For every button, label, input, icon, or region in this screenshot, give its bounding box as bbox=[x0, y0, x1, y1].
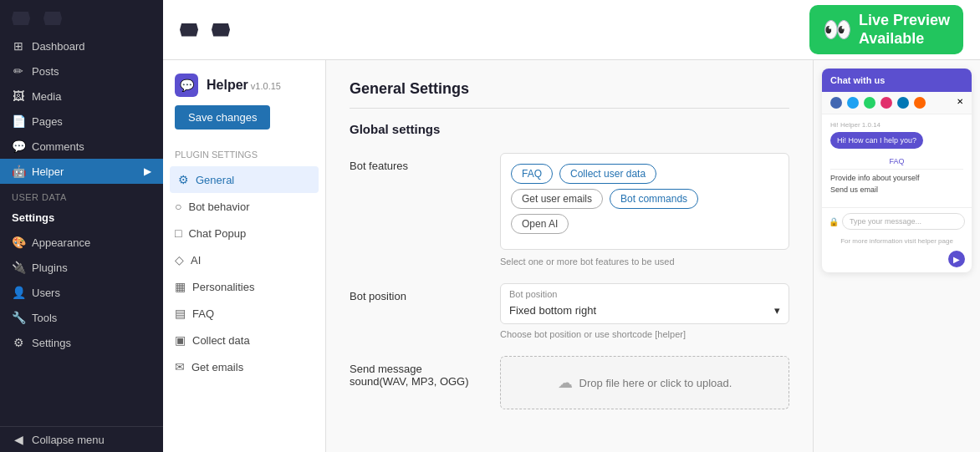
settings-title: General Settings bbox=[350, 80, 789, 109]
social-icon-4 bbox=[880, 97, 892, 109]
sidebar-item-dashboard[interactable]: ⊞ Dashboard bbox=[0, 33, 163, 58]
comments-icon: 💬 bbox=[12, 140, 25, 153]
bot-features-content: FAQ Collect user data Get user emails Bo… bbox=[500, 153, 789, 267]
bot-features-label: Bot features bbox=[350, 153, 483, 172]
plugin-version: v1.0.15 bbox=[248, 81, 281, 91]
personalities-icon: ▦ bbox=[175, 280, 186, 293]
collapse-icon: ◀ bbox=[12, 433, 25, 446]
bot-features-box: FAQ Collect user data Get user emails Bo… bbox=[500, 153, 789, 250]
social-icon-2 bbox=[847, 97, 859, 109]
sidebar-item-users[interactable]: 👤 Users bbox=[0, 280, 163, 305]
sidebar-item-comments[interactable]: 💬 Comments bbox=[0, 134, 163, 159]
sidebar: ⊞ Dashboard ✏ Posts 🖼 Media 📄 Pages 💬 Co… bbox=[0, 0, 163, 452]
users-icon: 👤 bbox=[12, 286, 25, 299]
save-button[interactable]: Save changes bbox=[175, 105, 270, 130]
tags-row-2: Get user emails Bot commands bbox=[511, 189, 778, 209]
social-icon-5 bbox=[897, 97, 909, 109]
plugin-header-area: 💬 Helper v1.0.15 Save changes bbox=[163, 74, 325, 150]
social-icon-1 bbox=[830, 97, 842, 109]
chevron-down-icon: ▾ bbox=[774, 304, 780, 317]
plugin-menu-ai[interactable]: ◇ AI bbox=[163, 246, 325, 273]
send-sound-row: Send message sound(WAV, MP3, OGG) ☁ Drop… bbox=[350, 356, 789, 409]
plugin-title-group: Helper v1.0.15 bbox=[207, 78, 281, 93]
chat-input[interactable]: Type your message... bbox=[842, 213, 965, 230]
eyes-icon: 👀 bbox=[823, 16, 852, 44]
general-icon: ⚙ bbox=[178, 173, 189, 186]
chat-preview: Chat with us ✕ Hi! Helper 1.0.14 Hi! How… bbox=[822, 69, 972, 272]
chat-close-icon[interactable]: ✕ bbox=[957, 97, 963, 109]
top-logo-area bbox=[180, 18, 230, 42]
top-logo-2 bbox=[212, 23, 230, 37]
lock-icon: 🔒 bbox=[829, 217, 839, 226]
tags-row-3: Open AI bbox=[511, 214, 778, 234]
posts-icon: ✏ bbox=[12, 64, 25, 78]
tag-get-user-emails[interactable]: Get user emails bbox=[511, 189, 603, 209]
upload-text: Drop file here or click to upload. bbox=[579, 377, 732, 389]
ai-icon: ◇ bbox=[175, 253, 184, 267]
sidebar-item-settings[interactable]: ⚙ Settings bbox=[0, 330, 163, 355]
tag-bot-commands[interactable]: Bot commands bbox=[610, 189, 698, 209]
plugin-menu-personalities[interactable]: ▦ Personalities bbox=[163, 273, 325, 300]
user-data-label: User Data bbox=[0, 184, 163, 206]
live-preview-badge[interactable]: 👀 Live Preview Available bbox=[809, 5, 963, 54]
main-wrapper: 👀 Live Preview Available 💬 Helper v1.0.1… bbox=[163, 0, 980, 452]
chat-popup-icon: □ bbox=[175, 226, 181, 240]
plugin-sidebar-label: Plugin settings bbox=[163, 150, 325, 166]
bot-behavior-icon: ○ bbox=[175, 200, 181, 213]
chat-bubble: Hi! How can I help you? bbox=[830, 132, 923, 149]
plugin-menu-collect-data[interactable]: ▣ Collect data bbox=[163, 327, 325, 353]
settings-icon: ⚙ bbox=[12, 336, 25, 349]
chat-header: Chat with us bbox=[822, 69, 972, 92]
collect-data-icon: ▣ bbox=[175, 333, 186, 347]
preview-panel: Chat with us ✕ Hi! Helper 1.0.14 Hi! How… bbox=[813, 60, 980, 452]
logo-shape-2 bbox=[43, 12, 62, 25]
bot-position-box[interactable]: Bot position Fixed bottom right ▾ bbox=[500, 283, 789, 324]
plugin-menu-bot-behavior[interactable]: ○ Bot behavior bbox=[163, 193, 325, 220]
bot-position-select[interactable]: Fixed bottom right ▾ bbox=[501, 299, 789, 323]
chat-quick-reply[interactable]: FAQ bbox=[830, 154, 963, 170]
plugin-name-row: 💬 Helper v1.0.15 bbox=[175, 74, 314, 97]
bot-features-row: Bot features FAQ Collect user data Get u… bbox=[350, 153, 789, 267]
top-bar: 👀 Live Preview Available bbox=[163, 0, 980, 60]
plugins-icon: 🔌 bbox=[12, 261, 25, 274]
tools-icon: 🔧 bbox=[12, 311, 25, 324]
tag-open-ai[interactable]: Open AI bbox=[511, 214, 569, 234]
logo-shape-1 bbox=[12, 12, 30, 25]
faq-icon: ▤ bbox=[175, 307, 186, 320]
media-icon: 🖼 bbox=[12, 89, 25, 103]
upload-box[interactable]: ☁ Drop file here or click to upload. bbox=[500, 356, 789, 409]
sidebar-item-posts[interactable]: ✏ Posts bbox=[0, 58, 163, 84]
get-emails-icon: ✉ bbox=[175, 360, 185, 373]
chat-input-area: 🔒 Type your message... bbox=[822, 207, 972, 235]
chat-footer-note: For more information visit helper page bbox=[822, 235, 972, 247]
chat-send-button[interactable]: ▶ bbox=[948, 251, 965, 267]
chat-messages: Hi! Helper 1.0.14 Hi! How can I help you… bbox=[822, 114, 972, 202]
global-settings-label: Global settings bbox=[350, 122, 789, 136]
sidebar-item-tools[interactable]: 🔧 Tools bbox=[0, 305, 163, 330]
chat-option-2[interactable]: Send us email bbox=[830, 184, 963, 196]
sidebar-item-pages[interactable]: 📄 Pages bbox=[0, 109, 163, 134]
tag-collect-user-data[interactable]: Collect user data bbox=[559, 164, 656, 184]
sidebar-item-settings-label[interactable]: Settings bbox=[0, 206, 163, 230]
plugin-menu-faq[interactable]: ▤ FAQ bbox=[163, 300, 325, 327]
live-preview-text: Live Preview Available bbox=[859, 12, 950, 48]
plugin-menu-get-emails[interactable]: ✉ Get emails bbox=[163, 353, 325, 380]
bot-position-row: Bot position Bot position Fixed bottom r… bbox=[350, 283, 789, 339]
chat-timestamp: Hi! Helper 1.0.14 bbox=[830, 121, 963, 129]
bot-position-label: Bot position bbox=[350, 283, 483, 302]
send-sound-label: Send message sound(WAV, MP3, OGG) bbox=[350, 356, 483, 388]
sidebar-item-appearance[interactable]: 🎨 Appearance bbox=[0, 230, 163, 255]
tag-faq[interactable]: FAQ bbox=[511, 164, 553, 184]
sidebar-collapse: ◀ Collapse menu bbox=[0, 426, 163, 452]
top-logo-1 bbox=[180, 23, 198, 37]
plugin-icon: 💬 bbox=[175, 74, 198, 97]
plugin-menu-general[interactable]: ⚙ General bbox=[170, 166, 319, 193]
chat-option-1[interactable]: Provide info about yourself bbox=[830, 172, 963, 184]
sidebar-item-media[interactable]: 🖼 Media bbox=[0, 84, 163, 109]
sidebar-item-plugins[interactable]: 🔌 Plugins bbox=[0, 255, 163, 280]
sidebar-item-collapse[interactable]: ◀ Collapse menu bbox=[0, 427, 163, 452]
bot-position-inner-label: Bot position bbox=[501, 284, 789, 299]
plugin-menu-chat-popup[interactable]: □ Chat Popup bbox=[163, 220, 325, 246]
bot-position-note: Choose bot position or use shortcode [he… bbox=[500, 329, 789, 339]
sidebar-item-helper[interactable]: 🤖 Helper ▶ bbox=[0, 159, 163, 184]
